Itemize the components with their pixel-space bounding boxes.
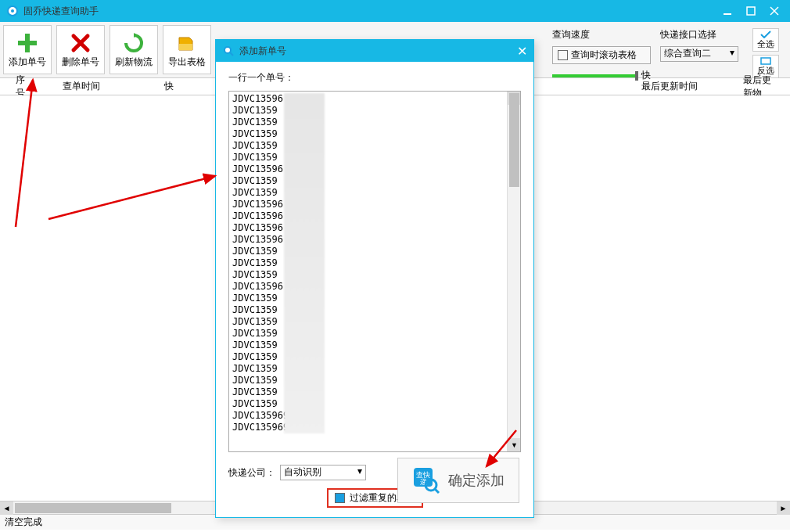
svg-point-13 bbox=[224, 47, 231, 53]
dialog-title-bar: 添加新单号 ✕ bbox=[216, 40, 533, 62]
export-icon bbox=[177, 31, 197, 56]
confirm-label: 确定添加 bbox=[448, 471, 505, 490]
refresh-button[interactable]: 刷新物流 bbox=[110, 25, 158, 74]
company-select[interactable]: 自动识别 ▾ bbox=[280, 465, 366, 480]
svg-line-14 bbox=[230, 52, 233, 56]
col-last-update-info[interactable]: 最后更新物 bbox=[727, 78, 790, 95]
add-tracking-button[interactable]: 添加单号 bbox=[3, 25, 52, 74]
chevron-down-icon: ▾ bbox=[357, 466, 362, 476]
select-all-button[interactable]: 全选 bbox=[752, 28, 779, 52]
api-title: 快递接口选择 bbox=[660, 28, 738, 41]
confirm-add-button[interactable]: 查快递 确定添加 bbox=[397, 458, 519, 503]
company-selected: 自动识别 bbox=[284, 466, 321, 477]
delete-tracking-button[interactable]: 删除单号 bbox=[56, 25, 105, 74]
app-icon bbox=[6, 5, 19, 17]
api-select[interactable]: 综合查询二 ▾ bbox=[660, 46, 738, 62]
col-check-time[interactable]: 查单时间 bbox=[47, 78, 149, 95]
delete-icon bbox=[70, 31, 91, 56]
scroll-label: 查询时滚动表格 bbox=[571, 49, 637, 62]
vscrollbar-thumb[interactable] bbox=[509, 93, 519, 187]
tracking-textarea-content: JDVC13596 JDVC1359 JDVC1359 JDVC1359 JDV… bbox=[229, 92, 507, 451]
add-tracking-dialog: 添加新单号 ✕ 一行一个单号： JDVC13596 JDVC1359 JDVC1… bbox=[215, 39, 534, 518]
tracking-textarea[interactable]: JDVC13596 JDVC1359 JDVC1359 JDVC1359 JDV… bbox=[228, 91, 521, 452]
dialog-title: 添加新单号 bbox=[239, 45, 517, 58]
company-label: 快递公司： bbox=[228, 466, 275, 480]
delete-label: 删除单号 bbox=[62, 56, 99, 69]
chevron-down-icon: ▾ bbox=[730, 47, 734, 58]
add-label: 添加单号 bbox=[9, 56, 46, 69]
svg-point-1 bbox=[11, 9, 14, 13]
close-button[interactable] bbox=[765, 3, 784, 19]
speed-title: 查询速度 bbox=[552, 28, 651, 41]
invert-icon bbox=[760, 57, 771, 65]
dialog-instruction: 一行一个单号： bbox=[228, 71, 521, 84]
api-selected-value: 综合查询二 bbox=[664, 48, 711, 59]
scroll-down-icon[interactable]: ▼ bbox=[508, 438, 521, 451]
svg-rect-2 bbox=[724, 13, 731, 15]
export-label: 导出表格 bbox=[168, 56, 206, 69]
col-seq[interactable]: 序号 bbox=[0, 78, 47, 95]
svg-rect-11 bbox=[179, 44, 192, 50]
svg-rect-7 bbox=[18, 41, 37, 45]
scrollbar-thumb[interactable] bbox=[15, 503, 171, 513]
app-title: 固乔快递查询助手 bbox=[23, 5, 713, 18]
svg-rect-3 bbox=[747, 7, 755, 15]
refresh-icon bbox=[124, 31, 144, 56]
vertical-scrollbar[interactable]: ▲ ▼ bbox=[507, 92, 520, 451]
redacted-area bbox=[284, 93, 325, 433]
col-last-update-time[interactable]: 最后更新时间 bbox=[626, 78, 727, 95]
refresh-label: 刷新物流 bbox=[115, 56, 153, 69]
maximize-button[interactable] bbox=[742, 3, 760, 19]
col-express[interactable]: 快 bbox=[149, 78, 219, 95]
select-all-label: 全选 bbox=[757, 38, 774, 50]
speed-slider[interactable] bbox=[552, 74, 638, 77]
plus-icon bbox=[16, 31, 38, 56]
status-text: 清空完成 bbox=[5, 516, 42, 529]
svg-line-19 bbox=[435, 489, 439, 493]
checkbox-icon bbox=[558, 50, 568, 60]
scroll-right-icon[interactable]: ► bbox=[777, 501, 790, 515]
svg-rect-12 bbox=[761, 58, 770, 64]
dialog-close-button[interactable]: ✕ bbox=[517, 44, 527, 59]
search-icon bbox=[222, 45, 235, 57]
scroll-left-icon[interactable]: ◄ bbox=[0, 501, 13, 515]
export-button[interactable]: 导出表格 bbox=[163, 25, 211, 74]
title-bar: 固乔快递查询助手 bbox=[0, 0, 790, 22]
scroll-while-query-checkbox[interactable]: 查询时滚动表格 bbox=[552, 46, 651, 64]
check-icon bbox=[760, 31, 771, 38]
checkbox-icon bbox=[335, 493, 345, 503]
minimize-button[interactable] bbox=[718, 3, 737, 19]
search-express-icon: 查快递 bbox=[412, 466, 440, 494]
